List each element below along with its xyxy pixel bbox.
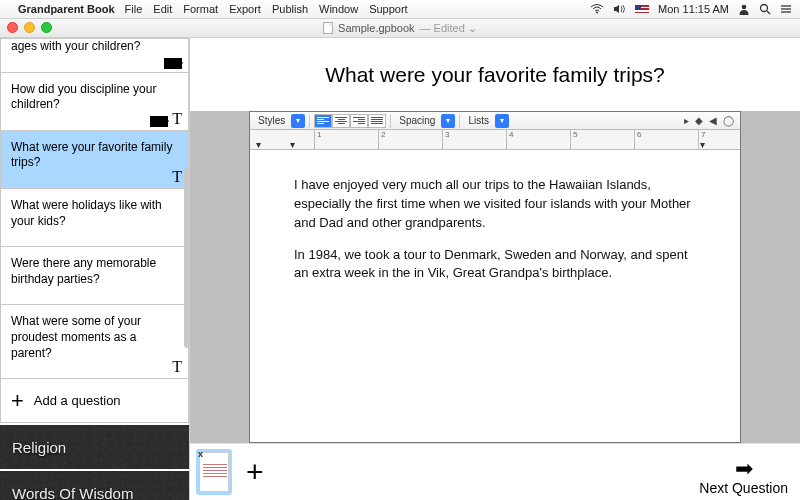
- editor-text-area[interactable]: I have enjoyed very much all our trips t…: [250, 150, 740, 442]
- document-title[interactable]: Sample.gpbook — Edited: [323, 22, 477, 35]
- lists-dropdown[interactable]: Lists: [464, 115, 493, 126]
- window-titlebar: Sample.gpbook — Edited: [0, 19, 800, 38]
- editor-nav-next-icon[interactable]: ◀: [709, 115, 717, 126]
- align-justify-button[interactable]: [368, 114, 386, 128]
- menu-export[interactable]: Export: [229, 3, 261, 15]
- next-question-label: Next Question: [699, 480, 788, 496]
- plus-icon: +: [11, 395, 24, 406]
- answer-paragraph: I have enjoyed very much all our trips t…: [294, 176, 696, 233]
- menu-icon[interactable]: [780, 4, 792, 14]
- menubar-app-name[interactable]: Grandparent Book: [18, 3, 115, 15]
- arrow-right-icon: ➡: [699, 458, 788, 480]
- spacing-dropdown[interactable]: Spacing: [395, 115, 439, 126]
- next-question-button[interactable]: ➡ Next Question: [691, 456, 796, 498]
- question-text: What were your favorite family trips?: [11, 140, 172, 170]
- svg-point-2: [761, 5, 768, 12]
- question-item[interactable]: What were holidays like with your kids?: [0, 189, 189, 247]
- flag-icon[interactable]: [635, 5, 649, 14]
- user-icon[interactable]: [738, 3, 750, 15]
- styles-dropdown[interactable]: Styles: [254, 115, 289, 126]
- question-item[interactable]: What were some of your proudest moments …: [0, 305, 189, 379]
- question-item[interactable]: ages with your children?: [0, 38, 189, 73]
- rich-text-editor: Styles Spacing Lists: [249, 111, 741, 443]
- question-item-selected[interactable]: What were your favorite family trips? T: [0, 131, 189, 189]
- add-page-button[interactable]: +: [246, 457, 264, 487]
- editor-toolbar: Styles Spacing Lists: [250, 112, 740, 130]
- question-text: How did you discipline your children?: [11, 82, 156, 112]
- search-icon[interactable]: [759, 3, 771, 15]
- question-text: Were there any memorable birthday partie…: [11, 256, 156, 286]
- spacing-dropdown-arrow[interactable]: [441, 114, 455, 128]
- menu-support[interactable]: Support: [369, 3, 408, 15]
- main-panel: What were your favorite family trips? St…: [190, 38, 800, 500]
- section-words-of-wisdom[interactable]: Words Of Wisdom: [0, 469, 189, 500]
- question-text: ages with your children?: [11, 39, 140, 53]
- align-left-button[interactable]: [314, 114, 332, 128]
- close-window-button[interactable]: [7, 22, 18, 33]
- page-strip: x + ➡ Next Question: [190, 443, 800, 500]
- editor-ruler[interactable]: ▾ ▾ 1 2 3 4 5 6 7 ▾: [250, 130, 740, 150]
- page-thumbnail[interactable]: x: [196, 449, 232, 495]
- menubar-clock[interactable]: Mon 11:15 AM: [658, 3, 729, 15]
- question-heading: What were your favorite family trips?: [190, 38, 800, 111]
- editor-nav-last-icon[interactable]: ◯: [723, 115, 734, 126]
- menu-file[interactable]: File: [125, 3, 143, 15]
- section-list: Religion Words Of Wisdom: [0, 423, 189, 500]
- svg-point-1: [742, 5, 747, 10]
- question-text: What were holidays like with your kids?: [11, 198, 162, 228]
- wifi-icon[interactable]: [590, 4, 604, 14]
- minimize-window-button[interactable]: [24, 22, 35, 33]
- editor-background: Styles Spacing Lists: [190, 111, 800, 443]
- video-badge-icon: [150, 116, 168, 127]
- question-list: ages with your children? How did you dis…: [0, 38, 189, 423]
- menu-edit[interactable]: Edit: [153, 3, 172, 15]
- volume-icon[interactable]: [613, 4, 626, 14]
- mac-menubar: Grandparent Book File Edit Format Export…: [0, 0, 800, 19]
- menu-publish[interactable]: Publish: [272, 3, 308, 15]
- align-center-button[interactable]: [332, 114, 350, 128]
- alignment-group: [314, 114, 386, 128]
- thumbnail-close-icon[interactable]: x: [198, 449, 203, 459]
- sidebar: ages with your children? How did you dis…: [0, 38, 190, 500]
- question-item[interactable]: How did you discipline your children? T: [0, 73, 189, 131]
- text-badge-icon: T: [172, 359, 182, 375]
- video-badge-icon: [164, 58, 182, 69]
- svg-line-3: [767, 11, 770, 14]
- zoom-window-button[interactable]: [41, 22, 52, 33]
- svg-point-0: [596, 12, 598, 14]
- menu-window[interactable]: Window: [319, 3, 358, 15]
- question-text: What were some of your proudest moments …: [11, 314, 141, 359]
- question-item[interactable]: Were there any memorable birthday partie…: [0, 247, 189, 305]
- section-religion[interactable]: Religion: [0, 423, 189, 469]
- editor-nav-first-icon[interactable]: ▸: [684, 115, 689, 126]
- text-badge-icon: T: [172, 111, 182, 127]
- menu-format[interactable]: Format: [183, 3, 218, 15]
- add-question-button[interactable]: + Add a question: [0, 379, 189, 423]
- answer-paragraph: In 1984, we took a tour to Denmark, Swed…: [294, 246, 696, 284]
- text-badge-icon: T: [172, 169, 182, 185]
- document-name: Sample.gpbook: [338, 22, 414, 34]
- editor-nav-prev-icon[interactable]: ◆: [695, 115, 703, 126]
- align-right-button[interactable]: [350, 114, 368, 128]
- document-icon: [323, 22, 333, 34]
- add-question-label: Add a question: [34, 393, 121, 408]
- document-edited-label: — Edited: [420, 22, 477, 35]
- lists-dropdown-arrow[interactable]: [495, 114, 509, 128]
- styles-dropdown-arrow[interactable]: [291, 114, 305, 128]
